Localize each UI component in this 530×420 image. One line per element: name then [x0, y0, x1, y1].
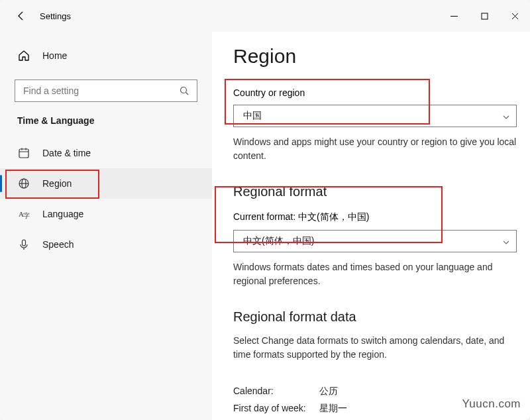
page-title: Region: [233, 45, 517, 68]
maximize-button[interactable]: [469, 6, 500, 26]
format-data-helper: Select Change data formats to switch amo…: [233, 334, 517, 362]
watermark: Yuucn.com: [462, 397, 521, 411]
sidebar-item-label: Speech: [42, 239, 74, 250]
search-input-wrap[interactable]: [15, 79, 197, 102]
current-format-label: Current format: 中文(简体，中国): [233, 211, 517, 223]
sidebar-item-language[interactable]: A字 Language: [0, 199, 212, 229]
regional-format-heading: Regional format: [233, 184, 517, 199]
app-title: Settings: [40, 11, 71, 21]
sidebar-item-speech[interactable]: Speech: [0, 229, 212, 260]
format-value: 星期一: [319, 403, 347, 415]
svg-point-4: [181, 87, 187, 93]
close-button[interactable]: [500, 6, 530, 26]
sidebar-home[interactable]: Home: [0, 40, 212, 72]
clock-icon: [17, 146, 30, 160]
country-dropdown[interactable]: 中国: [233, 105, 517, 127]
regional-format-dropdown[interactable]: 中文(简体，中国): [233, 230, 517, 252]
svg-line-5: [186, 93, 189, 95]
regional-format-value: 中文(简体，中国): [243, 235, 314, 247]
svg-text:字: 字: [23, 212, 30, 219]
format-data-heading: Regional format data: [233, 309, 517, 325]
globe-icon: [17, 177, 30, 190]
back-button[interactable]: [13, 8, 29, 24]
regional-format-helper: Windows formats dates and times based on…: [233, 260, 517, 288]
chevron-down-icon: [503, 111, 509, 121]
minimize-button[interactable]: [439, 6, 469, 26]
microphone-icon: [17, 238, 30, 251]
home-icon: [17, 49, 30, 62]
chevron-down-icon: [503, 236, 509, 246]
main-content: Region Country or region 中国 Windows and …: [212, 32, 530, 420]
format-key: Calendar:: [233, 386, 319, 397]
language-icon: A字: [17, 207, 30, 221]
sidebar: Home Time & Language Date & time: [0, 32, 212, 420]
sidebar-home-label: Home: [42, 50, 67, 61]
sidebar-item-region[interactable]: Region: [0, 168, 212, 199]
svg-rect-15: [23, 240, 26, 246]
country-value: 中国: [243, 110, 262, 122]
format-value: 公历: [319, 386, 338, 397]
sidebar-item-label: Date & time: [42, 148, 91, 158]
sidebar-item-label: Language: [42, 209, 83, 219]
country-label: Country or region: [233, 87, 517, 98]
sidebar-category: Time & Language: [0, 115, 212, 138]
svg-rect-1: [482, 13, 488, 19]
country-helper: Windows and apps might use your country …: [233, 135, 517, 163]
format-key: First day of week:: [233, 403, 319, 415]
sidebar-item-label: Region: [42, 178, 72, 189]
format-row-shortdate: Short date: 2021/6/17: [233, 417, 517, 420]
sidebar-item-date-time[interactable]: Date & time: [0, 138, 212, 168]
search-icon: [180, 86, 189, 95]
svg-rect-6: [19, 149, 28, 158]
search-input[interactable]: [23, 85, 180, 96]
